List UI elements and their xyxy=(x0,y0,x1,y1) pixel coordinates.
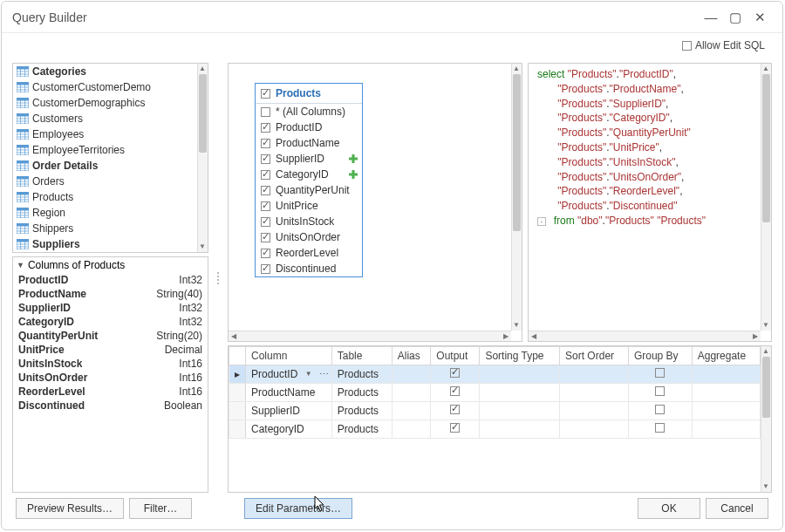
output-cell[interactable] xyxy=(431,420,480,439)
field-item[interactable]: ReorderLevel xyxy=(256,245,362,261)
edit-parameters-button[interactable]: Edit Parameters… xyxy=(244,498,352,519)
field-item[interactable]: UnitsInStock xyxy=(256,214,362,229)
scroll-right-icon[interactable]: ▶ xyxy=(750,331,761,342)
alias-cell[interactable] xyxy=(392,365,431,384)
table-item[interactable]: CustomerDemographics xyxy=(13,95,197,111)
table-item[interactable]: Orders xyxy=(13,174,197,189)
field-item[interactable]: CategoryID xyxy=(256,167,362,182)
grid-header[interactable]: Output xyxy=(431,347,480,365)
table-cell[interactable]: Products xyxy=(331,420,392,439)
field-item[interactable]: * (All Columns) xyxy=(256,104,362,119)
column-cell[interactable]: ProductID▼⋯ xyxy=(246,365,332,384)
scroll-left-icon[interactable]: ◀ xyxy=(529,331,539,342)
scroll-thumb[interactable] xyxy=(762,74,770,222)
grid-header[interactable]: Column xyxy=(246,347,332,365)
field-checkbox[interactable] xyxy=(261,217,270,227)
field-item[interactable]: ProductName xyxy=(256,135,362,151)
output-checkbox[interactable] xyxy=(450,405,460,414)
aggregate-cell[interactable] xyxy=(692,402,760,420)
grid-header[interactable]: Aggregate xyxy=(692,347,760,365)
column-row[interactable]: DiscontinuedBoolean xyxy=(13,399,208,413)
column-row[interactable]: SupplierIDInt32 xyxy=(13,301,208,315)
close-button[interactable]: ✕ xyxy=(747,10,772,25)
table-item[interactable]: Suppliers xyxy=(13,236,197,252)
scroll-right-icon[interactable]: ▶ xyxy=(501,331,511,342)
field-checkbox[interactable] xyxy=(261,201,270,211)
field-checkbox[interactable] xyxy=(261,170,270,180)
minimize-button[interactable]: — xyxy=(699,10,723,24)
column-cell[interactable]: SupplierID xyxy=(246,402,332,420)
grid-header[interactable]: Sorting Type xyxy=(480,347,560,365)
scroll-up-icon[interactable]: ▲ xyxy=(761,346,771,357)
grid-header[interactable]: Alias xyxy=(392,347,431,365)
add-relation-icon[interactable] xyxy=(348,153,358,164)
grid-header[interactable]: Sort Order xyxy=(560,347,629,365)
column-row[interactable]: UnitsOnOrderInt16 xyxy=(13,371,208,385)
table-item[interactable]: Region xyxy=(13,205,197,221)
field-checkbox[interactable] xyxy=(261,249,270,258)
table-item[interactable]: Products xyxy=(13,189,197,205)
field-checkbox[interactable] xyxy=(261,107,270,117)
table-item[interactable]: Order Details xyxy=(13,158,197,174)
sql-hscroll[interactable]: ◀ ▶ xyxy=(529,331,761,341)
column-row[interactable]: ProductNameString(40) xyxy=(13,287,208,301)
field-item[interactable]: Discontinued xyxy=(256,261,362,276)
groupby-checkbox[interactable] xyxy=(655,368,665,378)
products-header-checkbox[interactable] xyxy=(261,89,270,99)
grid-row[interactable]: ProductNameProducts xyxy=(229,384,761,402)
column-row[interactable]: ProductIDInt32 xyxy=(13,273,208,287)
field-checkbox[interactable] xyxy=(261,123,270,133)
scroll-left-icon[interactable]: ◀ xyxy=(229,331,239,342)
ellipsis-button[interactable]: ⋯ xyxy=(319,369,328,380)
column-cell[interactable]: CategoryID xyxy=(246,420,332,439)
table-item[interactable]: Employees xyxy=(13,126,197,142)
column-row[interactable]: ReorderLevelInt16 xyxy=(13,385,208,399)
grid-header[interactable]: Group By xyxy=(628,347,692,365)
field-item[interactable]: UnitPrice xyxy=(256,198,362,214)
table-cell[interactable]: Products xyxy=(331,402,392,420)
output-cell[interactable] xyxy=(431,365,480,384)
allow-edit-sql-checkbox[interactable] xyxy=(682,41,692,51)
field-item[interactable]: SupplierID xyxy=(256,151,362,167)
groupby-cell[interactable] xyxy=(628,402,692,420)
sort-order-cell[interactable] xyxy=(560,365,629,384)
alias-cell[interactable] xyxy=(392,402,431,420)
columns-header[interactable]: ▼ Columns of Products xyxy=(13,257,208,273)
groupby-checkbox[interactable] xyxy=(655,405,665,414)
table-item[interactable]: Shippers xyxy=(13,221,197,236)
field-checkbox[interactable] xyxy=(261,154,270,164)
sorting-type-cell[interactable] xyxy=(480,384,560,402)
sort-order-cell[interactable] xyxy=(560,402,629,420)
field-checkbox[interactable] xyxy=(261,186,270,195)
column-row[interactable]: QuantityPerUnitString(20) xyxy=(13,329,208,343)
scroll-thumb[interactable] xyxy=(513,74,521,231)
alias-cell[interactable] xyxy=(392,384,431,402)
canvas-hscroll[interactable]: ◀ ▶ xyxy=(229,331,511,341)
cancel-button[interactable]: Cancel xyxy=(706,498,768,519)
aggregate-cell[interactable] xyxy=(692,384,760,402)
scroll-down-icon[interactable]: ▼ xyxy=(761,320,771,331)
field-checkbox[interactable] xyxy=(261,139,270,148)
sort-order-cell[interactable] xyxy=(560,420,629,439)
table-item[interactable]: Customers xyxy=(13,111,197,126)
products-table-box[interactable]: Products * (All Columns)ProductIDProduct… xyxy=(255,83,363,277)
column-row[interactable]: CategoryIDInt32 xyxy=(13,315,208,329)
grid-row[interactable]: CategoryIDProducts xyxy=(229,420,761,439)
output-cell[interactable] xyxy=(431,384,480,402)
scroll-thumb[interactable] xyxy=(199,74,207,153)
tables-scrollbar[interactable]: ▲ ▼ xyxy=(197,64,208,252)
groupby-cell[interactable] xyxy=(628,420,692,439)
output-checkbox[interactable] xyxy=(450,368,460,378)
sql-vscroll[interactable]: ▲ ▼ xyxy=(761,64,771,331)
output-checkbox[interactable] xyxy=(450,386,460,396)
scroll-up-icon[interactable]: ▲ xyxy=(511,64,522,74)
sort-order-cell[interactable] xyxy=(560,384,629,402)
add-relation-icon[interactable] xyxy=(348,169,358,180)
field-checkbox[interactable] xyxy=(261,264,270,274)
table-cell[interactable]: Products xyxy=(331,384,392,402)
design-canvas[interactable]: Products * (All Columns)ProductIDProduct… xyxy=(228,63,522,342)
table-item[interactable]: Categories xyxy=(13,64,197,79)
output-cell[interactable] xyxy=(431,402,480,420)
field-item[interactable]: ProductID xyxy=(256,119,362,135)
ok-button[interactable]: OK xyxy=(638,498,700,519)
